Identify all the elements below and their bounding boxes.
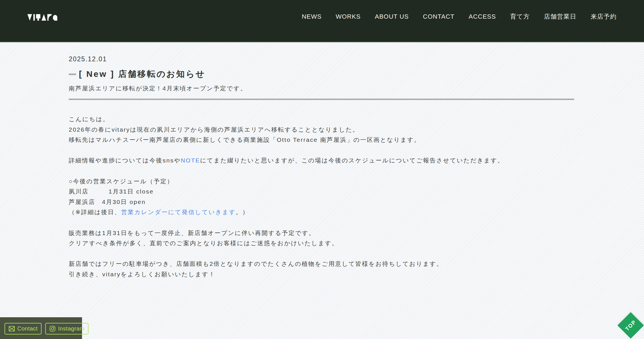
- text-segment: 夙川店 1月31日 close: [69, 188, 154, 195]
- paragraph-line: （※詳細は後日、営業カレンダーにて発信していきます。）: [69, 207, 574, 218]
- article-subtitle: 南芦屋浜エリアに移転が決定！4月末頃オープン予定です。: [69, 84, 574, 92]
- nav-item-works[interactable]: WORKS: [336, 13, 361, 20]
- paragraph-line: ○今後の営業スケジュール（予定）: [69, 176, 574, 187]
- scroll-to-top-button[interactable]: TOP: [617, 312, 644, 338]
- nav-item-sodatekata[interactable]: 育て方: [510, 12, 530, 21]
- nav-item-contact[interactable]: CONTACT: [423, 13, 455, 20]
- nav-item-reservation[interactable]: 来店予約: [591, 12, 617, 21]
- paragraph: ○今後の営業スケジュール（予定）夙川店 1月31日 close芦屋浜店 4月30…: [69, 176, 574, 218]
- footer-quick-links: Contact Instagram: [0, 317, 82, 339]
- article-title: [ New ] 店舗移転のお知らせ: [79, 68, 205, 80]
- paragraph-line: 夙川店 1月31日 close: [69, 186, 574, 197]
- text-segment: クリアすべき条件が多く、直前でのご案内となりお客様にはご迷惑をおかけいたします。: [69, 240, 338, 246]
- contact-button-label: Contact: [17, 325, 38, 332]
- text-segment: 芦屋浜店 4月30日 open: [69, 199, 146, 205]
- article-date: 2025.12.01: [69, 55, 574, 63]
- vitary-logo-icon: [27, 14, 60, 21]
- mail-icon: [8, 325, 15, 332]
- paragraph-line: 移転先はマルハチスーパー南芦屋店の裏側に新しくできる商業施設「Otto Terr…: [69, 135, 574, 145]
- paragraph-line: こんにちは。: [69, 114, 574, 125]
- text-segment: 2026年の春にvitaryは現在の夙川エリアから海側の芦屋浜エリアへ移転するこ…: [69, 126, 359, 133]
- inline-link[interactable]: NOTE: [181, 157, 200, 164]
- text-segment: こんにちは。: [69, 116, 109, 122]
- paragraph-line: 2026年の春にvitaryは現在の夙川エリアから海側の芦屋浜エリアへ移転するこ…: [69, 125, 574, 135]
- paragraph: 詳細情報や進捗については今後snsやNOTEにてまた綴りたいと思いますが、この場…: [69, 155, 574, 166]
- main-nav: NEWS WORKS ABOUT US CONTACT ACCESS 育て方 店…: [302, 12, 617, 21]
- paragraph-line: 詳細情報や進捗については今後snsやNOTEにてまた綴りたいと思いますが、この場…: [69, 155, 574, 166]
- contact-button[interactable]: Contact: [5, 323, 42, 334]
- title-dash-decoration: [69, 73, 76, 75]
- instagram-button[interactable]: Instagram: [45, 323, 88, 334]
- instagram-icon: [49, 325, 56, 332]
- nav-item-about-us[interactable]: ABOUT US: [375, 13, 409, 20]
- scroll-to-top-label: TOP: [624, 319, 637, 332]
- paragraph: 販売業務は1月31日をもって一度停止、新店舗オープンに伴い再開する予定です。クリ…: [69, 228, 574, 249]
- news-article: 2025.12.01 [ New ] 店舗移転のお知らせ 南芦屋浜エリアに移転が…: [69, 42, 574, 290]
- paragraph-line: 引き続き、vitaryをよろしくお願いいたします！: [69, 269, 574, 280]
- inline-link[interactable]: 営業カレンダーにて発信していきます: [121, 209, 236, 215]
- paragraph-line: 販売業務は1月31日をもって一度停止、新店舗オープンに伴い再開する予定です。: [69, 228, 574, 238]
- paragraph-line: クリアすべき条件が多く、直前でのご案内となりお客様にはご迷惑をおかけいたします。: [69, 238, 574, 249]
- nav-item-store-calendar[interactable]: 店舗営業日: [544, 12, 576, 21]
- paragraph-line: 芦屋浜店 4月30日 open: [69, 197, 574, 207]
- article-body: こんにちは。2026年の春にvitaryは現在の夙川エリアから海側の芦屋浜エリア…: [69, 114, 574, 280]
- site-header: NEWS WORKS ABOUT US CONTACT ACCESS 育て方 店…: [0, 0, 644, 42]
- article-title-row: [ New ] 店舗移転のお知らせ: [69, 68, 574, 80]
- text-segment: 新店舗ではフリーの駐車場がつき、店舗面積も2倍となりますのでたくさんの植物をご用…: [69, 260, 443, 267]
- text-segment: 移転先はマルハチスーパー南芦屋店の裏側に新しくできる商業施設「Otto Terr…: [69, 136, 421, 143]
- nav-item-news[interactable]: NEWS: [302, 13, 322, 20]
- text-segment: 詳細情報や進捗については今後snsや: [69, 157, 181, 164]
- vitary-logo[interactable]: [27, 14, 60, 21]
- paragraph-line: 新店舗ではフリーの駐車場がつき、店舗面積も2倍となりますのでたくさんの植物をご用…: [69, 259, 574, 269]
- instagram-button-label: Instagram: [58, 325, 84, 332]
- text-segment: （※詳細は後日、: [69, 209, 121, 215]
- text-segment: 。）: [236, 209, 249, 215]
- nav-item-access[interactable]: ACCESS: [469, 13, 496, 20]
- paragraph: こんにちは。2026年の春にvitaryは現在の夙川エリアから海側の芦屋浜エリア…: [69, 114, 574, 145]
- text-segment: ○今後の営業スケジュール（予定）: [69, 178, 174, 184]
- text-segment: 引き続き、vitaryをよろしくお願いいたします！: [69, 271, 216, 277]
- text-segment: 販売業務は1月31日をもって一度停止、新店舗オープンに伴い再開する予定です。: [69, 230, 315, 236]
- paragraph: 新店舗ではフリーの駐車場がつき、店舗面積も2倍となりますのでたくさんの植物をご用…: [69, 259, 574, 279]
- text-segment: にてまた綴りたいと思いますが、この場は今後のスケジュールについてご報告させていた…: [200, 157, 504, 164]
- title-separator-line: [69, 99, 574, 100]
